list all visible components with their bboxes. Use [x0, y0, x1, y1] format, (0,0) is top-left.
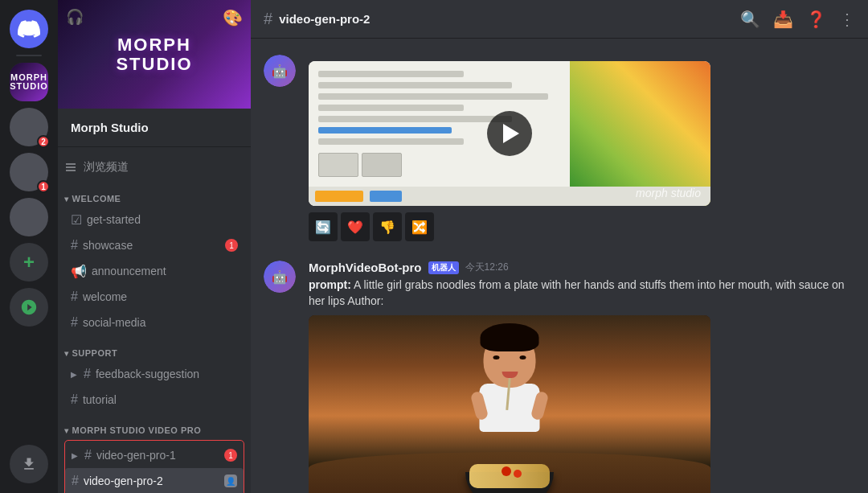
expand-icon-vgp1: ▶: [72, 451, 78, 460]
doc-preview: morph studio: [309, 61, 710, 206]
doc-line-2: [318, 82, 512, 88]
play-button-first[interactable]: [487, 111, 532, 156]
chevron-welcome: ▾: [64, 195, 69, 203]
category-video-pro[interactable]: ▾ MORPH STUDIO VIDEO PRO: [58, 413, 251, 438]
doc-line-highlight: [318, 127, 452, 134]
hash-icon-social: #: [71, 315, 78, 330]
channel-vgp2-label: video-gen-pro-2: [84, 475, 219, 487]
reaction-shuffle-1[interactable]: 🔀: [405, 212, 434, 241]
avatar-bot: 🤖: [264, 261, 296, 293]
first-video-watermark: morph studio: [636, 187, 701, 199]
channel-tutorial-label: tutorial: [83, 393, 238, 406]
morph-studio-server-icon[interactable]: MORPHSTUDIO: [10, 63, 48, 101]
channel-showcase-label: showcase: [83, 239, 220, 252]
child-mouth: [502, 372, 518, 378]
channel-header-hash-icon: #: [264, 10, 272, 28]
add-server-button[interactable]: +: [10, 243, 48, 281]
decoration-left: 🎧: [66, 8, 84, 26]
noodle-embed: morph studio: [309, 315, 710, 493]
reaction-thumbdown-1[interactable]: 👎: [373, 212, 402, 241]
noodle-image-content: morph studio: [309, 315, 710, 493]
channel-feedback[interactable]: ▶ # feedback-suggestion: [64, 361, 244, 387]
thumb-2: [362, 153, 402, 177]
message-group-noodle: 🤖 MorphVideoBot-pro 机器人 今天12:26 prompt: …: [251, 257, 868, 493]
bot-badge: 机器人: [428, 261, 459, 274]
channel-list: ▾ WELCOME ☑ get-started # showcase 1 📢 a…: [58, 178, 251, 493]
download-button[interactable]: [10, 445, 48, 483]
doc-line-5: [318, 116, 512, 122]
hash-icon-vgp1: #: [84, 448, 92, 462]
chevron-video-pro: ▾: [64, 426, 69, 435]
noodle-scene: morph studio: [309, 315, 710, 493]
inbox-header-icon[interactable]: 📥: [773, 10, 793, 29]
message-content-noodle: MorphVideoBot-pro 机器人 今天12:26 prompt: A …: [309, 261, 855, 493]
message-timestamp: 今天12:26: [465, 261, 509, 274]
channel-social-media-label: social-media: [83, 316, 238, 329]
video-pro-box: ▶ # video-gen-pro-1 1 # video-gen-pro-2 …: [64, 440, 244, 493]
channel-video-gen-pro-2[interactable]: # video-gen-pro-2 👤: [65, 468, 244, 493]
channel-header: # video-gen-pro-2 🔍 📥 ❓ ⋮: [251, 0, 868, 39]
channel-vgp1-label: video-gen-pro-1: [96, 449, 219, 462]
hash-icon-vgp2: #: [72, 474, 79, 488]
doc-right-panel: [570, 61, 710, 206]
server-bar: MORPHSTUDIO 2 1 +: [0, 0, 58, 493]
server-badge-2: 2: [37, 135, 50, 148]
decoration-right: 🎨: [223, 8, 243, 27]
server-banner-title: MORPHSTUDIO: [116, 35, 192, 73]
category-support-label: SUPPORT: [72, 348, 118, 358]
doc-line-3: [318, 93, 548, 100]
browse-channels-label: 浏览频道: [84, 160, 129, 175]
hash-icon-tutorial: #: [71, 392, 78, 407]
messages-area: 🤖: [251, 39, 868, 493]
channel-social-media[interactable]: # social-media: [64, 310, 244, 335]
server-icon-2[interactable]: 2: [10, 108, 48, 146]
help-header-icon[interactable]: ❓: [806, 10, 826, 29]
hash-icon-welcome: #: [71, 290, 78, 304]
doc-line-6: [318, 138, 464, 145]
channel-welcome-label: welcome: [83, 290, 238, 303]
reaction-refresh-1[interactable]: 🔄: [309, 212, 338, 241]
announce-icon: 📢: [71, 264, 87, 279]
browse-channels-button[interactable]: 浏览频道: [58, 147, 251, 178]
channel-get-started[interactable]: ☑ get-started: [64, 207, 244, 232]
first-message-reactions: 🔄 ❤️ 👎 🔀: [309, 212, 855, 241]
message-content-first: morph studio 🔄 ❤️ 👎 🔀: [309, 55, 855, 241]
doc-btn-blue: [370, 191, 402, 202]
reaction-heart-1[interactable]: ❤️: [341, 212, 370, 241]
child-hair: [481, 323, 539, 351]
category-video-pro-label: MORPH STUDIO VIDEO PRO: [72, 425, 202, 435]
channel-video-gen-pro-1[interactable]: ▶ # video-gen-pro-1 1: [65, 442, 244, 468]
play-triangle-first: [503, 124, 519, 143]
category-welcome[interactable]: ▾ WELCOME: [58, 181, 251, 207]
channel-header-name: video-gen-pro-2: [279, 12, 370, 26]
server-icon-3[interactable]: 1: [10, 153, 48, 191]
child-eye-right: [520, 355, 526, 359]
doc-btn-orange: [315, 191, 363, 202]
channel-welcome[interactable]: # welcome: [64, 284, 244, 310]
message-author-label: MorphVideoBot-pro: [309, 261, 422, 274]
channel-sidebar: 🎧 MORPHSTUDIO 🎨 Morph Studio 浏览频道 ▾ WELC…: [58, 0, 251, 493]
channel-showcase[interactable]: # showcase 1: [64, 232, 244, 258]
channel-announcement[interactable]: 📢 announcement: [64, 258, 244, 284]
server-name-header[interactable]: Morph Studio: [58, 109, 251, 147]
chevron-support: ▾: [64, 349, 69, 358]
category-support[interactable]: ▾ SUPPORT: [58, 335, 251, 361]
channel-tutorial[interactable]: # tutorial: [64, 387, 244, 413]
channel-feedback-label: feedback-suggestion: [96, 368, 238, 380]
category-welcome-label: WELCOME: [72, 194, 121, 203]
channel-get-started-label: get-started: [87, 213, 238, 226]
server-icon-4[interactable]: [10, 198, 48, 236]
author-suffix: Author:: [347, 294, 383, 307]
thumb-1: [318, 153, 358, 177]
discord-home-button[interactable]: [10, 10, 48, 48]
server-header-image: 🎧 MORPHSTUDIO 🎨: [58, 0, 251, 109]
search-header-icon[interactable]: 🔍: [740, 10, 760, 29]
hash-icon-feedback: #: [84, 367, 91, 381]
server-name-label: Morph Studio: [71, 121, 149, 134]
prompt-text: A little girl grabs noodles from a plate…: [309, 278, 845, 307]
hash-icon-showcase: #: [71, 238, 78, 253]
expand-icon-feedback: ▶: [71, 370, 77, 379]
explore-servers-button[interactable]: [10, 288, 48, 327]
doc-thumbnails: [318, 153, 560, 177]
overflow-menu-icon[interactable]: ⋮: [839, 10, 855, 29]
